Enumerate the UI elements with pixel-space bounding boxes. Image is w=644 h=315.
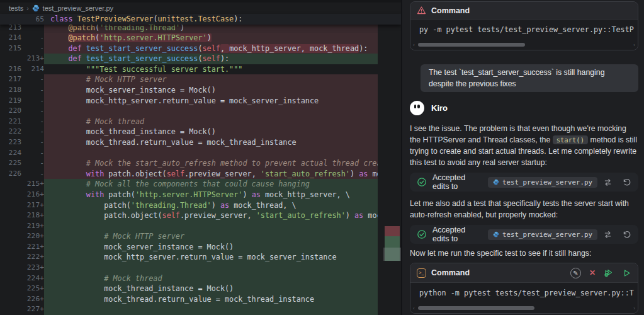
code-token: mock_server_instance = Mock() bbox=[50, 86, 216, 94]
code-token: self bbox=[162, 211, 180, 220]
code-token: @patch bbox=[68, 33, 95, 42]
new-line-number: 216+ bbox=[21, 190, 44, 200]
minimap-scrollbar-thumb[interactable] bbox=[383, 248, 401, 261]
check-circle-icon bbox=[417, 229, 427, 239]
code-line[interactable]: 216+ with patch('http.server.HTTPServer'… bbox=[0, 190, 401, 200]
code-line[interactable]: 221- # Mock thread bbox=[0, 117, 401, 127]
app-window: tests › test_preview_server.py 65 class … bbox=[0, 0, 644, 315]
command-card-top-code[interactable]: py -m pytest tests/test_preview_server.p… bbox=[410, 20, 638, 50]
edit-command-icon[interactable]: ✎ bbox=[570, 268, 581, 278]
code-line-content: # Mock HTTP server bbox=[44, 231, 401, 242]
old-line-number bbox=[0, 221, 21, 232]
file-chip-name: test_preview_server.py bbox=[502, 178, 592, 186]
code-line[interactable]: 217- # Mock HTTP server bbox=[0, 74, 401, 85]
new-line-number: 215+ bbox=[21, 179, 44, 190]
code-line[interactable]: 213 @patch('threading.Thread') bbox=[0, 25, 401, 33]
code-token: @patch bbox=[68, 25, 95, 32]
code-line-content: mock_server_instance = Mock() bbox=[44, 242, 401, 253]
undo-icon[interactable] bbox=[622, 178, 631, 187]
code-line[interactable]: 226- with patch.object(self.preview_serv… bbox=[0, 169, 401, 180]
new-line-number: - bbox=[21, 96, 44, 106]
new-line-number bbox=[21, 25, 44, 33]
code-line[interactable]: 227+ bbox=[0, 304, 401, 315]
code-token: ) bbox=[180, 25, 184, 32]
run-command-icon[interactable] bbox=[622, 268, 631, 278]
scroll-left-arrow[interactable]: ‹ bbox=[413, 306, 415, 311]
new-line-number: 218+ bbox=[21, 210, 44, 221]
run-all-icon[interactable] bbox=[604, 268, 614, 278]
editor-pane[interactable]: tests › test_preview_server.py 65 class … bbox=[0, 0, 401, 315]
breadcrumb-file[interactable]: test_preview_server.py bbox=[43, 4, 114, 12]
new-line-number: - bbox=[21, 117, 44, 127]
breadcrumb[interactable]: tests › test_preview_server.py bbox=[0, 3, 401, 14]
view-diff-icon[interactable] bbox=[603, 230, 613, 239]
old-line-number bbox=[0, 273, 21, 284]
old-line-number: 221 bbox=[0, 117, 21, 127]
code-line-content bbox=[44, 221, 401, 232]
code-token: mock_thread.return_value = mock_thread_i… bbox=[50, 138, 297, 147]
command-card-bottom-code[interactable]: python -m pytest tests/test_preview_serv… bbox=[410, 283, 638, 313]
code-line[interactable]: 218- mock_server_instance = Mock() bbox=[0, 85, 401, 96]
code-line[interactable]: 219- mock_http_server.return_value = moc… bbox=[0, 96, 401, 106]
command-text[interactable]: python -m pytest tests/test_preview_serv… bbox=[410, 283, 638, 297]
code-token: patch( bbox=[50, 201, 131, 210]
file-chip-name: test_preview_server.py bbox=[502, 231, 592, 239]
view-diff-icon[interactable] bbox=[603, 178, 613, 187]
old-line-number: 225 bbox=[0, 158, 21, 169]
code-line[interactable]: 213+ def test_start_server_success(self)… bbox=[0, 54, 401, 64]
inline-code-chip: start() bbox=[553, 135, 588, 144]
code-line[interactable]: 215- def test_start_server_success(self,… bbox=[0, 43, 401, 54]
code-line[interactable]: 216214 """Test successful server start."… bbox=[0, 64, 401, 75]
code-token bbox=[50, 44, 68, 53]
code-line[interactable]: 222- mock_thread_instance = Mock() bbox=[0, 127, 401, 137]
code-token: .preview_server, bbox=[180, 211, 256, 220]
code-line[interactable]: 222+ mock_http_server.return_value = moc… bbox=[0, 252, 401, 263]
code-token: mock_thread_instance = Mock() bbox=[50, 284, 234, 293]
code-line[interactable]: 225- # Mock the start_auto_refresh metho… bbox=[0, 158, 401, 169]
code-line[interactable]: 223- mock_thread.return_value = mock_thr… bbox=[0, 137, 401, 148]
new-line-number: 224+ bbox=[21, 273, 44, 284]
code-token: patch.object( bbox=[50, 211, 162, 220]
code-line[interactable]: 224- bbox=[0, 148, 401, 159]
code-line-content: def test_start_server_success(self): bbox=[44, 54, 401, 64]
code-line[interactable]: 224+ # Mock thread bbox=[0, 273, 401, 284]
code-line[interactable]: 220- bbox=[0, 106, 401, 117]
scroll-right-arrow[interactable]: › bbox=[633, 306, 635, 311]
code-token: with bbox=[86, 190, 109, 199]
command-card-title: Command bbox=[431, 6, 470, 15]
code-token: mock_thread_instance = Mock() bbox=[50, 127, 216, 136]
reject-command-icon[interactable]: ✕ bbox=[589, 268, 596, 277]
assistant-paragraph-2: Let me also add a test that specifically… bbox=[410, 198, 638, 220]
h-scrollbar-thumb[interactable] bbox=[418, 43, 525, 47]
code-token: TestPreviewServer bbox=[77, 14, 154, 23]
code-token: ): bbox=[359, 44, 368, 53]
undo-icon[interactable] bbox=[622, 230, 631, 239]
file-chip[interactable]: test_preview_server.py bbox=[488, 177, 597, 188]
code-line[interactable]: 226+ mock_thread.return_value = mock_thr… bbox=[0, 294, 401, 305]
code-line[interactable]: 218+ patch.object(self.preview_server, '… bbox=[0, 210, 401, 221]
code-line[interactable]: 221+ mock_server_instance = Mock() bbox=[0, 242, 401, 253]
code-line[interactable]: 220+ # Mock HTTP server bbox=[0, 231, 401, 242]
code-token: 'threading.Thread' bbox=[99, 25, 180, 32]
code-line-content: @patch('http.server.HTTPServer') bbox=[44, 33, 401, 43]
new-line-number: - bbox=[21, 137, 44, 148]
code-line[interactable]: 219+ bbox=[0, 221, 401, 232]
new-line-number: - bbox=[21, 158, 44, 169]
code-line[interactable]: 217+ patch('threading.Thread') as mock_t… bbox=[0, 200, 401, 211]
code-line-content: # Mock the start_auto_refresh method to … bbox=[44, 158, 401, 169]
sticky-scroll-line[interactable]: 65 class TestPreviewServer(unittest.Test… bbox=[0, 14, 401, 25]
code-line[interactable]: 214- @patch('http.server.HTTPServer') bbox=[0, 33, 401, 43]
breadcrumb-folder[interactable]: tests bbox=[9, 4, 23, 12]
file-chip[interactable]: test_preview_server.py bbox=[488, 229, 597, 240]
code-line[interactable]: 215+ # Mock all the components that coul… bbox=[0, 179, 401, 190]
command-text[interactable]: py -m pytest tests/test_preview_server.p… bbox=[410, 20, 638, 34]
code-line-content: # Mock thread bbox=[44, 273, 401, 284]
scroll-right-arrow[interactable]: › bbox=[633, 42, 635, 48]
minimap[interactable] bbox=[378, 14, 401, 315]
code-line[interactable]: 225+ mock_thread_instance = Mock() bbox=[0, 284, 401, 294]
scroll-left-arrow[interactable]: ‹ bbox=[413, 42, 415, 48]
code-area[interactable]: 65 class TestPreviewServer(unittest.Test… bbox=[0, 14, 401, 315]
code-line[interactable]: 223+ bbox=[0, 263, 401, 273]
chevron-right-icon: › bbox=[26, 5, 28, 12]
h-scrollbar-thumb[interactable] bbox=[418, 306, 534, 310]
